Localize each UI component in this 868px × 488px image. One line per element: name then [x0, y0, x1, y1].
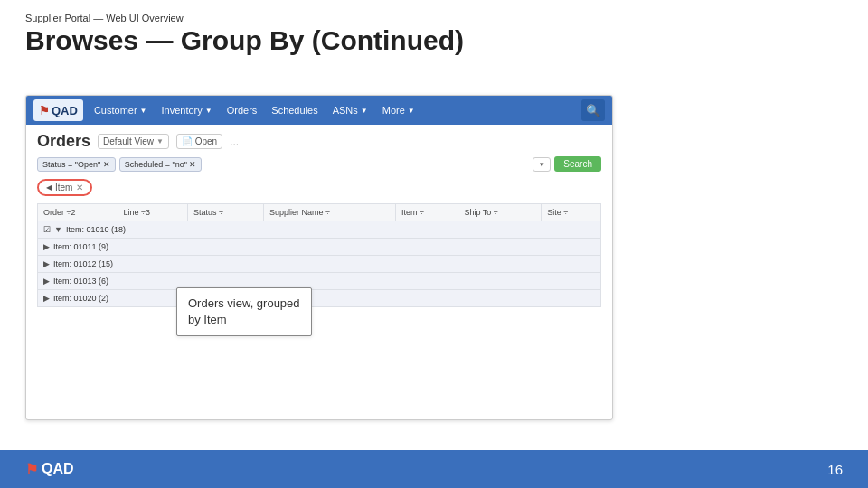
nav-item-orders[interactable]: Orders	[220, 96, 265, 125]
nav-logo: ⚑ QAD	[33, 99, 83, 121]
collapse-icon: ▶	[43, 259, 50, 268]
filter-dropdown-arrow: ▾	[540, 160, 544, 169]
nav-orders-label: Orders	[227, 105, 258, 116]
open-label: Open	[195, 136, 217, 146]
table-row[interactable]: ☑▼Item: 01010 (18)	[38, 221, 601, 239]
search-icon: 🔍	[586, 104, 600, 117]
col-line-label: Line ÷3	[124, 208, 150, 217]
group-row-label: Item: 01012 (15)	[53, 259, 113, 268]
collapse-icon: ▶	[43, 277, 50, 286]
col-item-label: Item ÷	[401, 208, 424, 217]
callout-box: Orders view, grouped by Item	[176, 287, 312, 336]
group-row-label: Item: 01013 (6)	[53, 277, 108, 286]
nav-inventory-label: Inventory	[162, 105, 203, 116]
col-supplier-label: Supplier Name ÷	[269, 208, 330, 217]
nav-item-inventory[interactable]: Inventory ▼	[155, 96, 220, 125]
col-site-label: Site ÷	[547, 208, 568, 217]
content-area: Orders Default View ▼ 📄 Open ... Status …	[26, 125, 612, 314]
view-selector-arrow: ▼	[156, 137, 164, 145]
table-row[interactable]: ▶Item: 01012 (15)	[38, 256, 601, 273]
groupby-label: Item	[55, 183, 72, 192]
callout-line1: Orders view, grouped	[188, 296, 300, 310]
row-checkbox[interactable]: ☑	[43, 225, 51, 234]
group-row-label: Item: 01020 (2)	[53, 294, 108, 303]
browser-window: ⚑ QAD Customer ▼ Inventory ▼ Orders Sche…	[25, 95, 613, 420]
nav-bar: ⚑ QAD Customer ▼ Inventory ▼ Orders Sche…	[26, 96, 612, 125]
col-order-label: Order ÷2	[43, 208, 75, 217]
footer-flag-icon: ⚑	[25, 461, 38, 478]
nav-more-arrow: ▼	[408, 107, 415, 115]
filter-dropdown[interactable]: ▾	[533, 157, 551, 172]
nav-asns-arrow: ▼	[361, 107, 368, 115]
col-item[interactable]: Item ÷	[396, 204, 458, 221]
nav-search-button[interactable]: 🔍	[581, 99, 605, 121]
page-title: Orders	[37, 132, 90, 151]
collapse-icon: ▶	[43, 294, 50, 303]
nav-inventory-arrow: ▼	[205, 107, 212, 115]
col-status-label: Status ÷	[193, 208, 223, 217]
logo-flag-icon: ⚑	[39, 104, 50, 117]
group-row-label: Item: 01010 (18)	[66, 225, 126, 234]
footer-logo: ⚑ QAD	[25, 461, 74, 478]
filter-bar: Status = "Open" ✕ Scheduled = "no" ✕ ▾ S…	[37, 156, 601, 172]
nav-customer-arrow: ▼	[140, 107, 147, 115]
view-selector-dropdown[interactable]: Default View ▼	[98, 134, 169, 149]
more-dots[interactable]: ...	[230, 136, 239, 148]
logo-text: QAD	[52, 104, 78, 117]
groupby-arrow-icon: ◀	[46, 183, 52, 192]
nav-customer-label: Customer	[94, 105, 137, 116]
col-shipto[interactable]: Ship To ÷	[458, 204, 542, 221]
footer-logo-text: QAD	[42, 461, 74, 477]
callout-line2: by Item	[188, 313, 227, 326]
nav-asns-label: ASNs	[333, 105, 358, 116]
table-row[interactable]: ▶Item: 01011 (9)	[38, 239, 601, 256]
nav-item-customer[interactable]: Customer ▼	[87, 96, 155, 125]
groupby-remove-icon[interactable]: ✕	[76, 183, 83, 192]
orders-table: Order ÷2 Line ÷3 Status ÷ Supplier Name …	[37, 203, 601, 307]
nav-item-more[interactable]: More ▼	[375, 96, 422, 125]
footer: ⚑ QAD 16	[0, 450, 868, 488]
slide-title: Browses — Group By (Continued)	[25, 25, 464, 56]
nav-item-schedules[interactable]: Schedules	[264, 96, 325, 125]
groupby-tag[interactable]: ◀ Item ✕	[37, 179, 92, 196]
filter-status-label: Status = "Open" ✕	[42, 160, 110, 169]
nav-more-label: More	[382, 105, 405, 116]
col-site[interactable]: Site ÷	[542, 204, 601, 221]
table-row[interactable]: ▶Item: 01013 (6)	[38, 273, 601, 290]
open-badge: 📄 Open	[176, 134, 222, 149]
slide-subtitle: Supplier Portal — Web UI Overview	[25, 13, 184, 23]
filter-scheduled-label: Scheduled = "no" ✕	[125, 160, 197, 169]
nav-schedules-label: Schedules	[271, 105, 317, 116]
col-line[interactable]: Line ÷3	[118, 204, 188, 221]
nav-item-asns[interactable]: ASNs ▼	[326, 96, 375, 125]
search-button[interactable]: Search	[554, 156, 601, 172]
expanded-icon: ▼	[54, 225, 62, 234]
col-supplier[interactable]: Supplier Name ÷	[264, 204, 396, 221]
col-status[interactable]: Status ÷	[188, 204, 264, 221]
filter-tag-scheduled[interactable]: Scheduled = "no" ✕	[119, 157, 203, 172]
filter-tag-status[interactable]: Status = "Open" ✕	[37, 157, 116, 172]
footer-page-number: 16	[827, 462, 843, 477]
page-header: Orders Default View ▼ 📄 Open ...	[37, 132, 601, 151]
groupby-bar: ◀ Item ✕	[37, 179, 601, 196]
table-row[interactable]: ▶Item: 01020 (2)	[38, 290, 601, 307]
open-icon: 📄	[182, 136, 193, 146]
group-row-label: Item: 01011 (9)	[53, 242, 108, 251]
view-selector-label: Default View	[103, 136, 154, 146]
col-order[interactable]: Order ÷2	[38, 204, 118, 221]
collapse-icon: ▶	[43, 242, 50, 251]
col-shipto-label: Ship To ÷	[464, 208, 497, 217]
